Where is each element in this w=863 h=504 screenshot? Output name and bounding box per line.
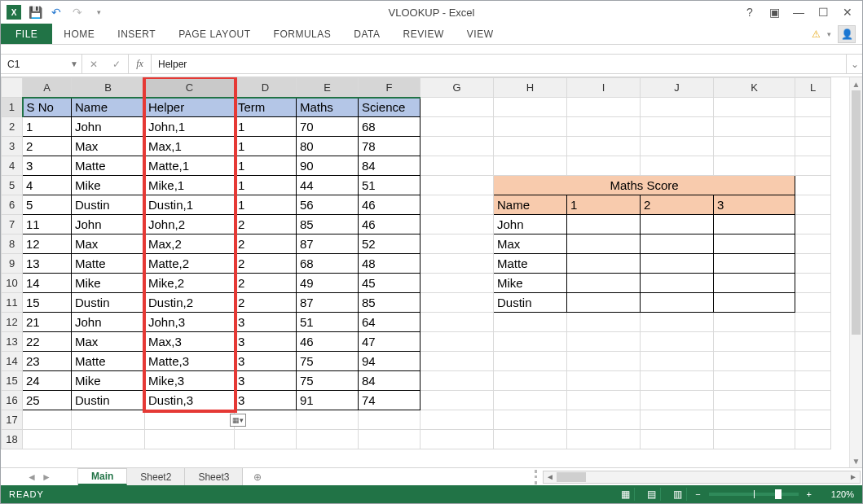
cell-A15[interactable]: 24 bbox=[23, 371, 72, 391]
cell-I4[interactable] bbox=[567, 156, 641, 176]
row-header-14[interactable]: 14 bbox=[2, 352, 23, 371]
fx-icon[interactable]: fx bbox=[129, 55, 152, 73]
cell-A5[interactable]: 4 bbox=[23, 176, 72, 195]
row-header-3[interactable]: 3 bbox=[2, 137, 23, 156]
cell-J8[interactable] bbox=[641, 234, 714, 254]
cell-F10[interactable]: 45 bbox=[359, 274, 420, 293]
col-header-H[interactable]: H bbox=[494, 78, 567, 98]
cell-J15[interactable] bbox=[641, 371, 714, 391]
cell-K9[interactable] bbox=[714, 254, 795, 274]
cell-H10[interactable]: Mike bbox=[494, 274, 567, 293]
vertical-scrollbar[interactable]: ▲ ▼ bbox=[849, 77, 862, 467]
row-header-8[interactable]: 8 bbox=[2, 234, 23, 254]
cell-J10[interactable] bbox=[641, 274, 714, 293]
cell-F11[interactable]: 85 bbox=[359, 293, 420, 313]
cell-G17[interactable] bbox=[420, 410, 494, 430]
cell-C18[interactable] bbox=[145, 430, 235, 449]
row-header-15[interactable]: 15 bbox=[2, 371, 23, 391]
cell-H13[interactable] bbox=[494, 332, 567, 352]
row-header-12[interactable]: 12 bbox=[2, 313, 23, 332]
view-page-break-icon[interactable]: ▥ bbox=[669, 488, 687, 501]
row-header-11[interactable]: 11 bbox=[2, 293, 23, 313]
cell-I13[interactable] bbox=[567, 332, 641, 352]
cell-J17[interactable] bbox=[641, 410, 714, 430]
cell-E9[interactable]: 68 bbox=[297, 254, 359, 274]
cell-I14[interactable] bbox=[567, 352, 641, 371]
col-header-I[interactable]: I bbox=[567, 78, 641, 98]
cell-D11[interactable]: 2 bbox=[235, 293, 297, 313]
warning-icon[interactable]: ⚠ bbox=[812, 28, 821, 40]
cell-B10[interactable]: Mike bbox=[72, 274, 145, 293]
cell-L10[interactable] bbox=[795, 274, 831, 293]
cell-H6[interactable]: Name bbox=[494, 195, 567, 215]
cell-E3[interactable]: 80 bbox=[297, 137, 359, 156]
cell-C11[interactable]: Dustin,2 bbox=[145, 293, 235, 313]
cell-G15[interactable] bbox=[420, 371, 494, 391]
cell-C4[interactable]: Matte,1 bbox=[145, 156, 235, 176]
row-header-7[interactable]: 7 bbox=[2, 215, 23, 234]
cell-D1[interactable]: Term bbox=[235, 98, 297, 117]
col-header-B[interactable]: B bbox=[72, 78, 145, 98]
cell-F18[interactable] bbox=[359, 430, 420, 449]
cell-B18[interactable] bbox=[72, 430, 145, 449]
cell-E17[interactable] bbox=[297, 410, 359, 430]
cell-I16[interactable] bbox=[567, 391, 641, 410]
cell-K15[interactable] bbox=[714, 371, 795, 391]
col-header-G[interactable]: G bbox=[420, 78, 494, 98]
cell-G7[interactable] bbox=[420, 215, 494, 234]
cell-C15[interactable]: Mike,3 bbox=[145, 371, 235, 391]
cell-I17[interactable] bbox=[567, 410, 641, 430]
col-header-E[interactable]: E bbox=[297, 78, 359, 98]
cell-H8[interactable]: Max bbox=[494, 234, 567, 254]
formula-bar[interactable]: Helper bbox=[152, 55, 846, 73]
cell-D16[interactable]: 3 bbox=[235, 391, 297, 410]
cell-D7[interactable]: 2 bbox=[235, 215, 297, 234]
cell-F9[interactable]: 48 bbox=[359, 254, 420, 274]
col-header-K[interactable]: K bbox=[714, 78, 795, 98]
cell-J14[interactable] bbox=[641, 352, 714, 371]
scroll-right-icon[interactable]: ► bbox=[847, 472, 860, 481]
scroll-up-icon[interactable]: ▲ bbox=[850, 77, 862, 90]
row-header-13[interactable]: 13 bbox=[2, 332, 23, 352]
cell-A4[interactable]: 3 bbox=[23, 156, 72, 176]
row-header-9[interactable]: 9 bbox=[2, 254, 23, 274]
zoom-in-button[interactable]: + bbox=[807, 489, 812, 499]
cell-G12[interactable] bbox=[420, 313, 494, 332]
cell-I3[interactable] bbox=[567, 137, 641, 156]
cell-A16[interactable]: 25 bbox=[23, 391, 72, 410]
cell-H5[interactable]: Maths Score bbox=[494, 176, 795, 195]
col-header-L[interactable]: L bbox=[795, 78, 831, 98]
cell-I15[interactable] bbox=[567, 371, 641, 391]
cell-B11[interactable]: Dustin bbox=[72, 293, 145, 313]
cell-D13[interactable]: 3 bbox=[235, 332, 297, 352]
col-header-A[interactable]: A bbox=[23, 78, 72, 98]
cell-B4[interactable]: Matte bbox=[72, 156, 145, 176]
cell-F2[interactable]: 68 bbox=[359, 117, 420, 137]
row-header-5[interactable]: 5 bbox=[2, 176, 23, 195]
vertical-scrollbar-thumb[interactable] bbox=[852, 90, 861, 335]
name-box[interactable]: C1 ▼ bbox=[1, 55, 82, 73]
zoom-slider-thumb[interactable] bbox=[775, 489, 782, 499]
cell-C14[interactable]: Matte,3 bbox=[145, 352, 235, 371]
horizontal-scrollbar-thumb[interactable] bbox=[557, 472, 586, 482]
cell-L9[interactable] bbox=[795, 254, 831, 274]
cell-I18[interactable] bbox=[567, 430, 641, 449]
cell-E7[interactable]: 85 bbox=[297, 215, 359, 234]
cell-K6[interactable]: 3 bbox=[714, 195, 795, 215]
cell-K18[interactable] bbox=[714, 430, 795, 449]
cell-E1[interactable]: Maths bbox=[297, 98, 359, 117]
autofill-options-button[interactable]: ▦▾ bbox=[230, 414, 246, 427]
cell-C8[interactable]: Max,2 bbox=[145, 234, 235, 254]
worksheet-area[interactable]: ABCDEFGHIJKL1S NoNameHelperTermMathsScie… bbox=[1, 77, 862, 467]
cell-F4[interactable]: 84 bbox=[359, 156, 420, 176]
cell-G5[interactable] bbox=[420, 176, 494, 195]
cell-H14[interactable] bbox=[494, 352, 567, 371]
cell-D9[interactable]: 2 bbox=[235, 254, 297, 274]
cell-H3[interactable] bbox=[494, 137, 567, 156]
cell-H4[interactable] bbox=[494, 156, 567, 176]
cell-E18[interactable] bbox=[297, 430, 359, 449]
cell-D10[interactable]: 2 bbox=[235, 274, 297, 293]
cell-F16[interactable]: 74 bbox=[359, 391, 420, 410]
cell-K8[interactable] bbox=[714, 234, 795, 254]
cell-L7[interactable] bbox=[795, 215, 831, 234]
